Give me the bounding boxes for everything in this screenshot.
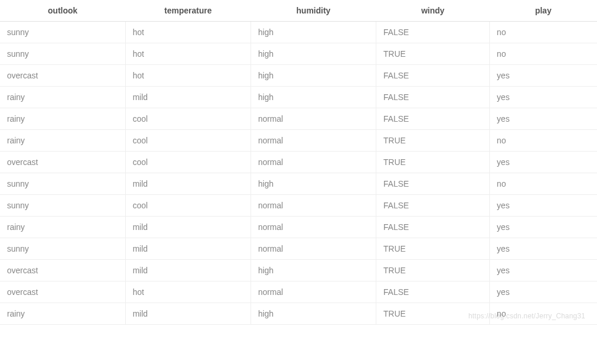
table-row: sunnycoolnormalFALSEyes (0, 195, 597, 217)
table-cell: yes (489, 152, 597, 173)
table-cell: FALSE (376, 173, 490, 195)
table-cell: FALSE (376, 217, 490, 238)
table-cell: no (489, 130, 597, 152)
table-cell: sunny (0, 195, 125, 217)
table-cell: TRUE (376, 152, 490, 173)
table-cell: FALSE (376, 22, 490, 43)
header-humidity: humidity (251, 0, 376, 22)
table-cell: yes (489, 260, 597, 281)
table-cell: rainy (0, 108, 125, 130)
table-cell: mild (125, 238, 251, 260)
table-cell: normal (251, 108, 376, 130)
table-cell: hot (125, 281, 251, 303)
table-cell: sunny (0, 173, 125, 195)
header-outlook: outlook (0, 0, 125, 22)
table-row: sunnyhothighTRUEno (0, 43, 597, 65)
table-row: rainycoolnormalTRUEno (0, 130, 597, 152)
table-cell: sunny (0, 22, 125, 43)
table-cell: cool (125, 152, 251, 173)
table-cell: overcast (0, 281, 125, 303)
table-cell: overcast (0, 260, 125, 281)
table-cell: hot (125, 65, 251, 87)
table-cell: cool (125, 108, 251, 130)
table-cell: normal (251, 217, 376, 238)
table-cell: TRUE (376, 260, 490, 281)
table-cell: high (251, 22, 376, 43)
table-cell: cool (125, 130, 251, 152)
table-cell: normal (251, 152, 376, 173)
table-cell: cool (125, 195, 251, 217)
header-temperature: temperature (125, 0, 251, 22)
table-cell: yes (489, 217, 597, 238)
table-cell: high (251, 65, 376, 87)
table-cell: rainy (0, 130, 125, 152)
table-cell: yes (489, 108, 597, 130)
table-cell: sunny (0, 238, 125, 260)
table-cell: mild (125, 173, 251, 195)
table-row: sunnyhothighFALSEno (0, 22, 597, 43)
table-cell: rainy (0, 303, 125, 325)
table-cell: high (251, 303, 376, 325)
data-table: outlook temperature humidity windy play … (0, 0, 597, 325)
table-cell: normal (251, 195, 376, 217)
table-cell: yes (489, 238, 597, 260)
table-cell: no (489, 43, 597, 65)
table-cell: mild (125, 303, 251, 325)
table-cell: TRUE (376, 43, 490, 65)
table-cell: high (251, 43, 376, 65)
table-cell: normal (251, 238, 376, 260)
table-cell: yes (489, 281, 597, 303)
table-cell: TRUE (376, 238, 490, 260)
table-row: rainycoolnormalFALSEyes (0, 108, 597, 130)
table-row: rainymildnormalFALSEyes (0, 217, 597, 238)
table-row: overcastcoolnormalTRUEyes (0, 152, 597, 173)
table-cell: hot (125, 22, 251, 43)
table-cell: normal (251, 281, 376, 303)
table-body: sunnyhothighFALSEnosunnyhothighTRUEnoove… (0, 22, 597, 325)
header-row: outlook temperature humidity windy play (0, 0, 597, 22)
header-play: play (489, 0, 597, 22)
table-cell: FALSE (376, 281, 490, 303)
table-cell: sunny (0, 43, 125, 65)
table-cell: FALSE (376, 87, 490, 108)
table-cell: rainy (0, 87, 125, 108)
header-windy: windy (376, 0, 490, 22)
table-cell: mild (125, 87, 251, 108)
table-cell: mild (125, 217, 251, 238)
table-cell: high (251, 260, 376, 281)
table-cell: hot (125, 43, 251, 65)
table-cell: overcast (0, 65, 125, 87)
table-cell: overcast (0, 152, 125, 173)
table-row: rainymildhighFALSEyes (0, 87, 597, 108)
table-cell: no (489, 22, 597, 43)
table-cell: rainy (0, 217, 125, 238)
table-header: outlook temperature humidity windy play (0, 0, 597, 22)
table-cell: yes (489, 65, 597, 87)
table-row: overcasthothighFALSEyes (0, 65, 597, 87)
table-cell: TRUE (376, 130, 490, 152)
table-row: sunnymildnormalTRUEyes (0, 238, 597, 260)
table-cell: no (489, 303, 597, 325)
table-cell: yes (489, 87, 597, 108)
table-row: overcastmildhighTRUEyes (0, 260, 597, 281)
table-cell: mild (125, 260, 251, 281)
table-cell: yes (489, 195, 597, 217)
table-row: rainymildhighTRUEno (0, 303, 597, 325)
table-cell: FALSE (376, 108, 490, 130)
table-cell: high (251, 173, 376, 195)
table-cell: TRUE (376, 303, 490, 325)
table-row: sunnymildhighFALSEno (0, 173, 597, 195)
table-cell: high (251, 87, 376, 108)
table-row: overcasthotnormalFALSEyes (0, 281, 597, 303)
table-cell: FALSE (376, 65, 490, 87)
table-cell: FALSE (376, 195, 490, 217)
table-cell: no (489, 173, 597, 195)
table-cell: normal (251, 130, 376, 152)
